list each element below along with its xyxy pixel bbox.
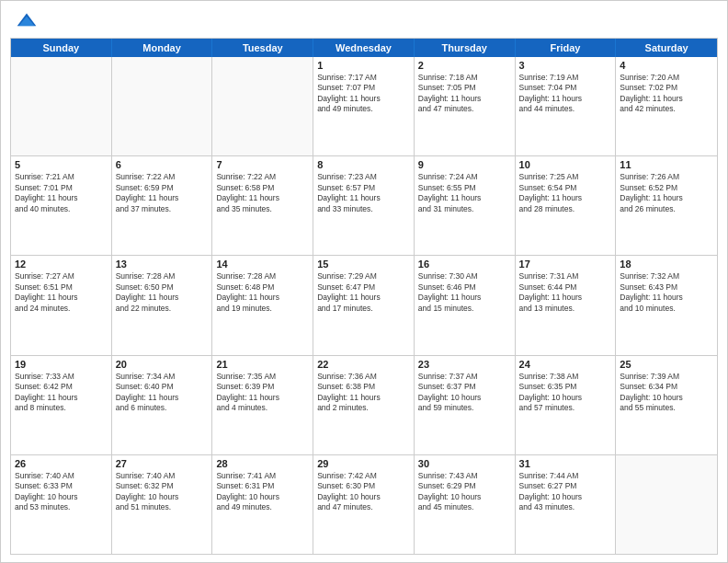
- day-info: Sunrise: 7:33 AM Sunset: 6:42 PM Dayligh…: [15, 372, 108, 414]
- day-number: 7: [216, 159, 309, 170]
- day-header-wednesday: Wednesday: [313, 39, 415, 57]
- day-number: 14: [216, 259, 309, 270]
- day-number: 4: [620, 60, 713, 71]
- day-info: Sunrise: 7:32 AM Sunset: 6:43 PM Dayligh…: [620, 271, 713, 314]
- day-info: Sunrise: 7:31 AM Sunset: 6:44 PM Dayligh…: [519, 271, 612, 314]
- day-info: Sunrise: 7:21 AM Sunset: 7:01 PM Dayligh…: [15, 172, 108, 214]
- day-number: 17: [519, 259, 612, 270]
- day-number: 8: [317, 159, 410, 170]
- day-number: 22: [317, 359, 410, 370]
- empty-cell: [616, 455, 717, 554]
- day-info: Sunrise: 7:29 AM Sunset: 6:47 PM Dayligh…: [317, 271, 410, 314]
- day-cell-31: 31Sunrise: 7:44 AM Sunset: 6:27 PM Dayli…: [516, 455, 617, 554]
- day-number: 18: [620, 259, 713, 270]
- day-cell-19: 19Sunrise: 7:33 AM Sunset: 6:42 PM Dayli…: [11, 356, 112, 454]
- day-cell-21: 21Sunrise: 7:35 AM Sunset: 6:39 PM Dayli…: [212, 356, 313, 454]
- day-info: Sunrise: 7:35 AM Sunset: 6:39 PM Dayligh…: [216, 372, 309, 414]
- day-cell-25: 25Sunrise: 7:39 AM Sunset: 6:34 PM Dayli…: [616, 356, 717, 454]
- empty-cell: [11, 57, 112, 155]
- day-cell-23: 23Sunrise: 7:37 AM Sunset: 6:37 PM Dayli…: [415, 356, 516, 454]
- day-info: Sunrise: 7:30 AM Sunset: 6:46 PM Dayligh…: [418, 271, 511, 314]
- day-cell-15: 15Sunrise: 7:29 AM Sunset: 6:47 PM Dayli…: [313, 256, 415, 354]
- day-info: Sunrise: 7:19 AM Sunset: 7:04 PM Dayligh…: [519, 73, 612, 115]
- day-number: 20: [116, 359, 209, 370]
- day-number: 28: [216, 458, 309, 469]
- day-info: Sunrise: 7:40 AM Sunset: 6:32 PM Dayligh…: [116, 471, 209, 513]
- day-info: Sunrise: 7:43 AM Sunset: 6:29 PM Dayligh…: [418, 471, 511, 513]
- day-info: Sunrise: 7:28 AM Sunset: 6:48 PM Dayligh…: [216, 271, 309, 314]
- day-number: 12: [15, 259, 108, 270]
- day-number: 31: [519, 458, 612, 469]
- day-info: Sunrise: 7:28 AM Sunset: 6:50 PM Dayligh…: [116, 271, 209, 314]
- day-number: 1: [317, 60, 410, 71]
- day-cell-6: 6Sunrise: 7:22 AM Sunset: 6:59 PM Daylig…: [112, 156, 213, 255]
- day-number: 16: [418, 259, 511, 270]
- day-number: 11: [620, 159, 713, 170]
- day-info: Sunrise: 7:25 AM Sunset: 6:54 PM Dayligh…: [519, 172, 612, 214]
- day-cell-9: 9Sunrise: 7:24 AM Sunset: 6:55 PM Daylig…: [415, 156, 516, 255]
- day-cell-17: 17Sunrise: 7:31 AM Sunset: 6:44 PM Dayli…: [516, 256, 617, 354]
- day-info: Sunrise: 7:18 AM Sunset: 7:05 PM Dayligh…: [418, 73, 511, 115]
- day-cell-26: 26Sunrise: 7:40 AM Sunset: 6:33 PM Dayli…: [11, 455, 112, 554]
- logo-icon: [16, 10, 38, 32]
- empty-cell: [212, 57, 313, 155]
- day-cell-12: 12Sunrise: 7:27 AM Sunset: 6:51 PM Dayli…: [11, 256, 112, 354]
- calendar: SundayMondayTuesdayWednesdayThursdayFrid…: [10, 38, 718, 555]
- day-cell-24: 24Sunrise: 7:38 AM Sunset: 6:35 PM Dayli…: [516, 356, 617, 454]
- day-cell-14: 14Sunrise: 7:28 AM Sunset: 6:48 PM Dayli…: [212, 256, 313, 354]
- day-number: 26: [15, 458, 108, 469]
- day-cell-27: 27Sunrise: 7:40 AM Sunset: 6:32 PM Dayli…: [112, 455, 213, 554]
- day-info: Sunrise: 7:34 AM Sunset: 6:40 PM Dayligh…: [116, 372, 209, 414]
- header: [1, 1, 727, 38]
- day-info: Sunrise: 7:44 AM Sunset: 6:27 PM Dayligh…: [519, 471, 612, 513]
- day-cell-11: 11Sunrise: 7:26 AM Sunset: 6:52 PM Dayli…: [616, 156, 717, 255]
- day-number: 25: [620, 359, 713, 370]
- day-cell-3: 3Sunrise: 7:19 AM Sunset: 7:04 PM Daylig…: [516, 57, 617, 155]
- week-row-4: 19Sunrise: 7:33 AM Sunset: 6:42 PM Dayli…: [11, 356, 717, 455]
- day-number: 10: [519, 159, 612, 170]
- day-number: 24: [519, 359, 612, 370]
- day-number: 2: [418, 60, 511, 71]
- day-number: 19: [15, 359, 108, 370]
- day-header-tuesday: Tuesday: [212, 39, 313, 57]
- day-header-thursday: Thursday: [415, 39, 516, 57]
- week-row-5: 26Sunrise: 7:40 AM Sunset: 6:33 PM Dayli…: [11, 455, 717, 554]
- day-number: 5: [15, 159, 108, 170]
- day-cell-28: 28Sunrise: 7:41 AM Sunset: 6:31 PM Dayli…: [212, 455, 313, 554]
- day-cell-20: 20Sunrise: 7:34 AM Sunset: 6:40 PM Dayli…: [112, 356, 213, 454]
- week-row-1: 1Sunrise: 7:17 AM Sunset: 7:07 PM Daylig…: [11, 57, 717, 156]
- day-cell-13: 13Sunrise: 7:28 AM Sunset: 6:50 PM Dayli…: [112, 256, 213, 354]
- day-number: 27: [116, 458, 209, 469]
- day-cell-22: 22Sunrise: 7:36 AM Sunset: 6:38 PM Dayli…: [313, 356, 415, 454]
- day-cell-18: 18Sunrise: 7:32 AM Sunset: 6:43 PM Dayli…: [616, 256, 717, 354]
- day-number: 6: [116, 159, 209, 170]
- day-info: Sunrise: 7:37 AM Sunset: 6:37 PM Dayligh…: [418, 372, 511, 414]
- day-header-friday: Friday: [516, 39, 617, 57]
- day-cell-1: 1Sunrise: 7:17 AM Sunset: 7:07 PM Daylig…: [313, 57, 415, 155]
- day-cell-2: 2Sunrise: 7:18 AM Sunset: 7:05 PM Daylig…: [415, 57, 516, 155]
- calendar-header-row: SundayMondayTuesdayWednesdayThursdayFrid…: [11, 39, 717, 57]
- day-info: Sunrise: 7:36 AM Sunset: 6:38 PM Dayligh…: [317, 372, 410, 414]
- day-number: 15: [317, 259, 410, 270]
- day-cell-30: 30Sunrise: 7:43 AM Sunset: 6:29 PM Dayli…: [415, 455, 516, 554]
- day-number: 13: [116, 259, 209, 270]
- day-header-saturday: Saturday: [616, 39, 717, 57]
- day-info: Sunrise: 7:40 AM Sunset: 6:33 PM Dayligh…: [15, 471, 108, 513]
- day-cell-16: 16Sunrise: 7:30 AM Sunset: 6:46 PM Dayli…: [415, 256, 516, 354]
- day-info: Sunrise: 7:41 AM Sunset: 6:31 PM Dayligh…: [216, 471, 309, 513]
- week-row-2: 5Sunrise: 7:21 AM Sunset: 7:01 PM Daylig…: [11, 156, 717, 256]
- day-info: Sunrise: 7:26 AM Sunset: 6:52 PM Dayligh…: [620, 172, 713, 214]
- day-number: 23: [418, 359, 511, 370]
- day-cell-10: 10Sunrise: 7:25 AM Sunset: 6:54 PM Dayli…: [516, 156, 617, 255]
- day-number: 9: [418, 159, 511, 170]
- day-info: Sunrise: 7:17 AM Sunset: 7:07 PM Dayligh…: [317, 73, 410, 115]
- calendar-page: SundayMondayTuesdayWednesdayThursdayFrid…: [0, 0, 728, 563]
- day-info: Sunrise: 7:38 AM Sunset: 6:35 PM Dayligh…: [519, 372, 612, 414]
- day-number: 29: [317, 458, 410, 469]
- day-info: Sunrise: 7:27 AM Sunset: 6:51 PM Dayligh…: [15, 271, 108, 314]
- day-cell-4: 4Sunrise: 7:20 AM Sunset: 7:02 PM Daylig…: [616, 57, 717, 155]
- logo: [16, 10, 41, 32]
- day-number: 21: [216, 359, 309, 370]
- day-info: Sunrise: 7:42 AM Sunset: 6:30 PM Dayligh…: [317, 471, 410, 513]
- day-info: Sunrise: 7:22 AM Sunset: 6:59 PM Dayligh…: [116, 172, 209, 214]
